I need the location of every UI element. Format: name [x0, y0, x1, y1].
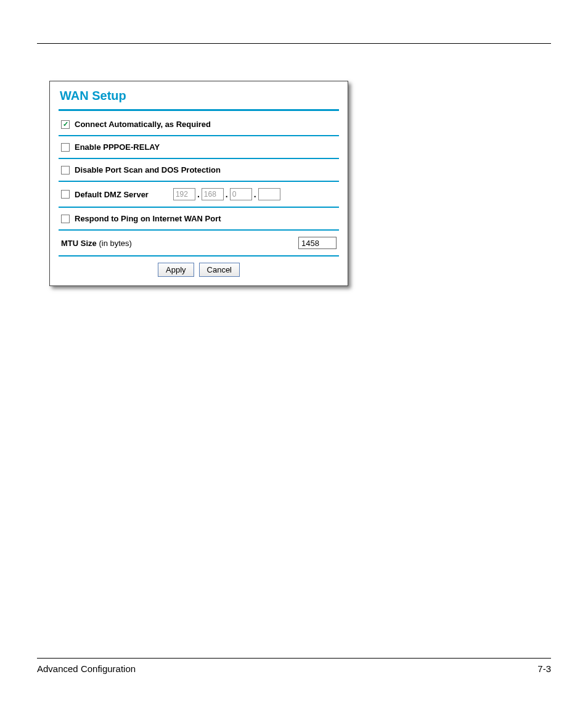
checkbox-pppoe-relay[interactable]: [61, 143, 70, 152]
page-top-rule: [37, 43, 551, 44]
dmz-ip-group: . . .: [173, 188, 280, 200]
footer-page-number: 7-3: [537, 663, 551, 674]
checkbox-respond-ping[interactable]: [61, 215, 70, 223]
row-disable-portscan: Disable Port Scan and DOS Protection: [59, 159, 339, 181]
footer-section-title: Advanced Configuration: [37, 663, 136, 674]
ip-dot: .: [197, 189, 200, 199]
dmz-ip-octet-3[interactable]: [230, 188, 252, 200]
dmz-ip-octet-1[interactable]: [173, 188, 195, 200]
wan-setup-panel: WAN Setup Connect Automatically, as Requ…: [49, 81, 348, 286]
dmz-ip-octet-2[interactable]: [202, 188, 224, 200]
label-dmz: Default DMZ Server: [75, 190, 149, 199]
label-respond-ping: Respond to Ping on Internet WAN Port: [75, 214, 221, 223]
dmz-ip-octet-4[interactable]: [258, 188, 280, 200]
checkbox-dmz[interactable]: [61, 190, 70, 199]
row-pppoe-relay: Enable PPPOE-RELAY: [59, 136, 339, 158]
label-disable-portscan: Disable Port Scan and DOS Protection: [75, 165, 221, 174]
label-mtu-note: (in bytes): [99, 239, 131, 248]
mtu-input[interactable]: [298, 237, 337, 249]
row-respond-ping: Respond to Ping on Internet WAN Port: [59, 208, 339, 229]
button-row: Apply Cancel: [59, 257, 339, 279]
panel-title: WAN Setup: [60, 89, 339, 103]
apply-button[interactable]: Apply: [158, 263, 194, 277]
label-mtu: MTU Size: [61, 239, 97, 248]
cancel-button[interactable]: Cancel: [199, 263, 240, 277]
row-connect-automatically: Connect Automatically, as Required: [59, 113, 339, 135]
row-dmz-server: Default DMZ Server . . .: [59, 182, 339, 207]
page-footer: Advanced Configuration 7-3: [37, 658, 551, 674]
row-mtu-size: MTU Size (in bytes): [59, 231, 339, 255]
separator: [59, 109, 339, 111]
label-connect-auto: Connect Automatically, as Required: [75, 120, 211, 129]
checkbox-disable-portscan[interactable]: [61, 166, 70, 174]
label-pppoe-relay: Enable PPPOE-RELAY: [75, 142, 160, 152]
checkbox-connect-auto[interactable]: [61, 120, 70, 129]
ip-dot: .: [225, 189, 229, 199]
ip-dot: .: [253, 189, 257, 199]
